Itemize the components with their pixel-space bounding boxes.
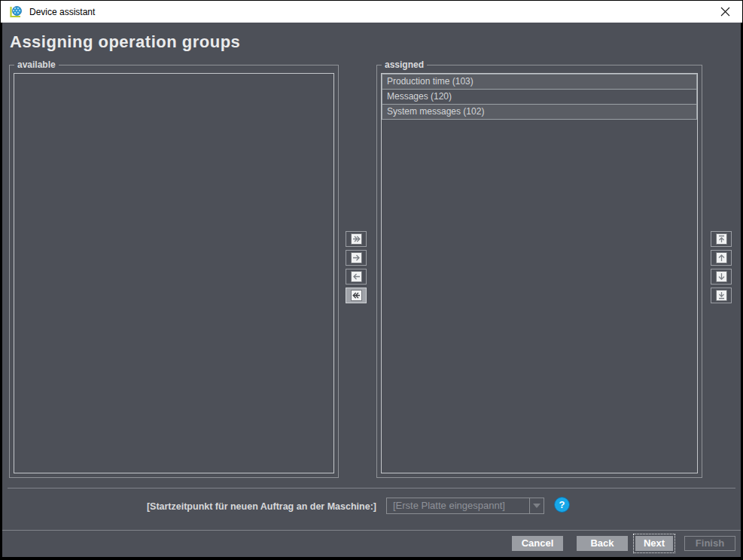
move-down-button[interactable]	[711, 269, 732, 285]
dropdown-arrow-button[interactable]	[529, 498, 544, 513]
dialog-body: Assigning operation groups available ass…	[2, 23, 741, 557]
help-button[interactable]: ?	[554, 497, 570, 513]
question-mark-icon: ?	[559, 499, 565, 510]
move-all-left-icon	[351, 290, 362, 301]
move-up-icon	[716, 252, 727, 263]
back-button[interactable]: Back	[577, 536, 628, 551]
list-item[interactable]: Messages (120)	[382, 89, 697, 105]
dropdown-selected-value: [Erste Platte eingespannt]	[393, 498, 525, 513]
device-assistant-dialog: Device assistant Assigning operation gro…	[0, 0, 743, 560]
next-button[interactable]: Next	[635, 536, 673, 551]
move-all-right-icon	[351, 233, 362, 245]
separator	[8, 488, 735, 488]
move-all-left-button[interactable]	[346, 288, 367, 303]
move-left-button[interactable]	[346, 269, 367, 285]
move-right-button[interactable]	[346, 250, 367, 266]
assigned-group: assigned Production time (103) Messages …	[376, 65, 702, 478]
assigned-group-label: assigned	[382, 59, 427, 70]
window-title: Device assistant	[29, 7, 95, 17]
page-title: Assigning operation groups	[10, 32, 240, 52]
close-icon	[720, 7, 730, 17]
cancel-button[interactable]: Cancel	[512, 536, 563, 551]
assigned-list: Production time (103) Messages (120) Sys…	[381, 73, 698, 473]
finish-button: Finish	[684, 536, 735, 551]
move-to-bottom-icon	[716, 290, 727, 301]
available-list[interactable]	[14, 73, 334, 473]
titlebar: Device assistant	[1, 1, 742, 23]
list-item[interactable]: System messages (102)	[382, 104, 697, 120]
move-up-button[interactable]	[711, 250, 732, 266]
separator	[2, 530, 741, 531]
move-to-top-button[interactable]	[711, 231, 732, 247]
move-right-icon	[351, 252, 362, 263]
available-group: available	[9, 65, 339, 478]
app-icon	[10, 5, 23, 18]
move-all-right-button[interactable]	[346, 231, 367, 247]
move-left-icon	[351, 271, 362, 282]
start-time-label: [Startzeitpunkt für neuen Auftrag an der…	[2, 501, 376, 512]
start-time-dropdown[interactable]: [Erste Platte eingespannt]	[386, 498, 544, 514]
move-down-icon	[716, 271, 727, 282]
close-button[interactable]	[708, 1, 742, 23]
list-item[interactable]: Production time (103)	[382, 74, 697, 90]
available-group-label: available	[14, 59, 59, 70]
move-to-bottom-button[interactable]	[711, 288, 732, 303]
chevron-down-icon	[533, 504, 541, 508]
move-to-top-icon	[716, 233, 727, 245]
